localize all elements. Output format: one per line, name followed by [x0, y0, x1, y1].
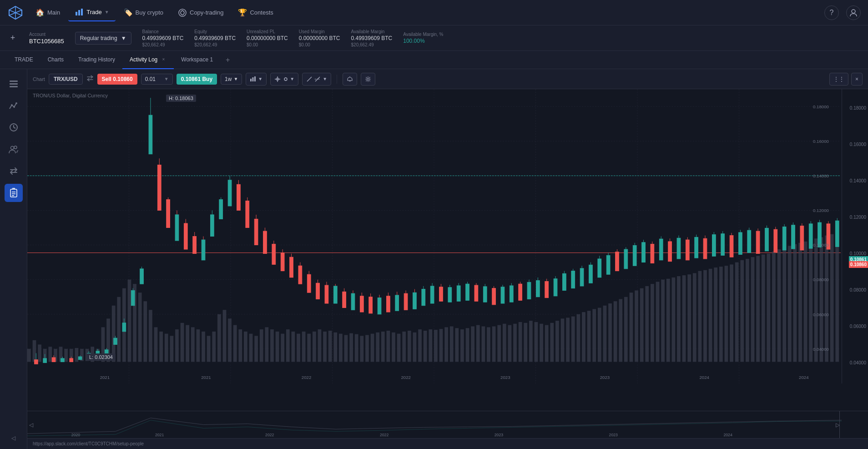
- nav-buy-crypto[interactable]: 🏷️ Buy crypto: [117, 5, 170, 21]
- sidebar-icon-users[interactable]: [5, 140, 23, 158]
- add-tab-button[interactable]: +: [222, 56, 233, 64]
- svg-rect-80: [165, 334, 168, 362]
- used-margin-usd: $0.00: [299, 42, 340, 47]
- price-0.18: 0.18000: [850, 106, 866, 111]
- svg-rect-77: [149, 310, 152, 362]
- svg-rect-58: [48, 347, 52, 362]
- svg-rect-379: [782, 227, 786, 250]
- svg-rect-138: [471, 326, 474, 362]
- nav-trade[interactable]: Trade ▼: [68, 4, 115, 21]
- svg-point-18: [10, 146, 14, 150]
- tab-trading-history[interactable]: Trading History: [71, 51, 122, 69]
- svg-rect-233: [140, 269, 144, 284]
- svg-rect-156: [566, 318, 570, 362]
- svg-rect-287: [378, 298, 381, 314]
- svg-rect-151: [540, 324, 543, 362]
- svg-rect-169: [635, 290, 638, 362]
- svg-rect-217: [70, 358, 73, 362]
- tab-workspace1[interactable]: Workspace 1: [174, 51, 220, 69]
- price-0.08: 0.08000: [850, 288, 866, 293]
- svg-rect-343: [624, 249, 628, 269]
- indicators-button[interactable]: ▼: [246, 73, 267, 86]
- svg-rect-179: [687, 274, 691, 362]
- tab-activity-log[interactable]: Activity Log ×: [122, 51, 174, 69]
- tab-close-activity-log[interactable]: ×: [160, 56, 167, 63]
- svg-text:2024: 2024: [699, 375, 709, 380]
- nav-copy-trading[interactable]: Copy-trading: [172, 5, 230, 21]
- svg-rect-331: [571, 271, 575, 288]
- close-chart-button[interactable]: ×: [851, 73, 863, 86]
- sidebar-icon-clipboard[interactable]: [5, 184, 23, 202]
- svg-rect-6: [81, 9, 83, 15]
- account-bar: + Account BTC1056685 Regular trading ▼ B…: [0, 25, 868, 51]
- svg-rect-269: [298, 266, 302, 284]
- svg-rect-277: [333, 286, 337, 303]
- more-options-button[interactable]: ⋮⋮: [829, 73, 848, 86]
- account-label: Account: [29, 32, 64, 37]
- topnav-right: ?: [824, 5, 861, 20]
- svg-rect-82: [175, 329, 179, 362]
- logo[interactable]: [7, 5, 24, 21]
- svg-rect-106: [302, 332, 306, 362]
- tab-trade[interactable]: TRADE: [7, 51, 40, 69]
- settings-button[interactable]: [361, 73, 375, 86]
- timeframe-select[interactable]: 1w ▼: [221, 74, 242, 85]
- sidebar-icon-swap[interactable]: [5, 162, 23, 180]
- sidebar-collapse-button[interactable]: ◁: [8, 433, 19, 444]
- svg-rect-243: [184, 223, 187, 249]
- line-tool-button[interactable]: ▼: [302, 73, 331, 86]
- svg-rect-26: [254, 76, 256, 81]
- svg-rect-229: [122, 323, 126, 332]
- svg-point-13: [13, 106, 15, 108]
- chart-symbol[interactable]: TRX/USD: [49, 74, 83, 85]
- profile-icon[interactable]: [846, 5, 861, 20]
- svg-rect-170: [640, 288, 644, 362]
- trading-mode-select[interactable]: Regular trading ▼: [75, 32, 131, 45]
- svg-text:0.10000: 0.10000: [813, 242, 829, 247]
- crosshair-button[interactable]: ▼: [270, 73, 298, 86]
- svg-rect-251: [219, 200, 223, 219]
- svg-rect-91: [223, 310, 227, 362]
- chart-swap-button[interactable]: [86, 75, 94, 83]
- svg-rect-24: [250, 79, 252, 81]
- svg-rect-317: [510, 286, 513, 302]
- balance-group: Balance 0.49939609 BTC $20,662.49: [142, 29, 184, 47]
- chart-bar-icon: [75, 8, 84, 17]
- svg-rect-203: [814, 238, 818, 362]
- svg-rect-225: [105, 350, 108, 353]
- add-account-button[interactable]: +: [7, 33, 18, 44]
- help-icon[interactable]: ?: [824, 5, 839, 20]
- tag-icon: 🏷️: [124, 8, 133, 17]
- svg-rect-123: [392, 333, 395, 362]
- svg-rect-87: [202, 332, 205, 362]
- buy-button[interactable]: 0.10861 Buy: [177, 74, 217, 85]
- nav-main[interactable]: 🏠 Main: [29, 5, 66, 21]
- svg-rect-211: [43, 358, 47, 363]
- svg-rect-253: [228, 180, 232, 206]
- svg-rect-194: [767, 254, 770, 362]
- mini-chart-left-arrow[interactable]: ◁: [29, 422, 33, 428]
- svg-rect-200: [798, 243, 802, 362]
- sell-price-badge: 0.10860: [849, 261, 868, 268]
- svg-rect-99: [265, 327, 268, 362]
- equity-group: Equity 0.49939609 BTC $20,662.49: [194, 29, 236, 47]
- sell-button[interactable]: Sell 0.10860: [97, 74, 137, 85]
- tab-charts[interactable]: Charts: [40, 51, 71, 69]
- sidebar-icon-clock[interactable]: [5, 118, 23, 136]
- svg-rect-337: [598, 259, 601, 277]
- chart-toolbar: Chart TRX/USD Sell 0.10860 0.01 ▼ 0.1086…: [27, 69, 868, 89]
- sidebar-icon-chart[interactable]: [5, 96, 23, 115]
- svg-rect-192: [756, 256, 760, 362]
- price-0.16: 0.16000: [850, 142, 866, 147]
- svg-rect-196: [777, 249, 781, 362]
- svg-rect-85: [191, 327, 195, 362]
- sidebar-icon-layers[interactable]: [5, 75, 23, 93]
- svg-text:2024: 2024: [799, 375, 809, 380]
- alert-button[interactable]: [343, 73, 357, 86]
- svg-rect-75: [138, 293, 142, 362]
- nav-contests[interactable]: 🏆 Contests: [232, 5, 279, 21]
- svg-rect-182: [703, 270, 707, 362]
- lot-size-input[interactable]: 0.01 ▼: [141, 74, 173, 85]
- svg-rect-95: [244, 332, 247, 362]
- left-sidebar: ◁: [0, 69, 27, 449]
